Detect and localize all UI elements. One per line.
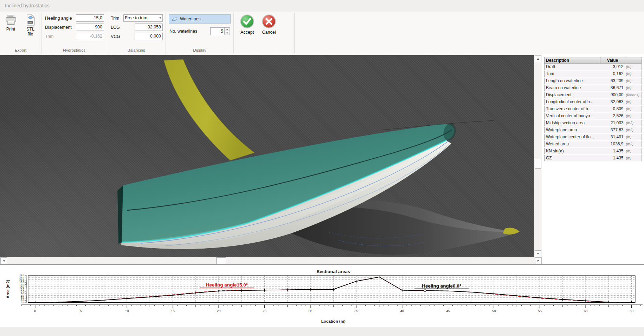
print-button[interactable]: Print [2,14,20,48]
displacement-input[interactable]: 900 [76,24,104,31]
status-bar [0,327,644,336]
table-row[interactable]: Waterplane center of flo...31,401(m) [545,133,642,140]
svg-text:14.0: 14.0 [19,285,24,288]
lcg-input[interactable]: 32,058 [135,24,163,31]
table-cell-desc: Vertical center of buoya... [545,112,600,119]
horizontal-scroll-thumb[interactable] [216,257,226,264]
table-row[interactable]: Draft3,912(m) [545,64,642,71]
table-row[interactable]: Wetted area1036,9(m2) [545,140,642,147]
table-cell-desc: Displacement [545,91,600,98]
table-cell-unit: (tonnes) [625,91,642,98]
scroll-down-button[interactable]: ▼ [535,250,541,257]
table-cell-desc: Longitudinal center of b... [545,98,600,105]
table-row[interactable]: Midship section area21,003(m2) [545,119,642,126]
stl-file-button[interactable]: STL STL file [22,14,39,48]
results-table-head-row: DescriptionValue [545,57,642,64]
dropdown-arrow-icon: ▾ [159,15,161,21]
table-cell-unit: (m) [625,154,642,162]
vcg-input[interactable]: 0,000 [135,33,163,40]
svg-text:65: 65 [630,309,633,313]
group-label-actions [234,48,294,55]
svg-text:60: 60 [584,309,588,313]
ribbon-group-actions: Accept Cancel [234,12,294,55]
accept-check-icon [240,14,254,28]
svg-text:25: 25 [263,309,266,313]
svg-text:STL: STL [28,21,32,24]
scroll-down-icon: ▼ [537,252,540,255]
trim-mode-label: Trim [111,16,123,21]
svg-text:8.0: 8.0 [21,292,24,295]
scroll-up-button[interactable]: ▲ [535,55,541,62]
table-cell-val: 21,003 [600,119,625,126]
table-cell-desc: KN sin(ø) [545,147,600,154]
column-header-units[interactable] [625,57,642,64]
viewport-horizontal-scrollbar[interactable]: ◄ ► [0,257,542,264]
svg-text:20.0: 20.0 [19,279,24,281]
print-button-label: Print [6,27,15,32]
table-row[interactable]: Vertical center of buoya...2,526(m) [545,112,642,119]
viewport-3d-canvas[interactable] [0,55,534,257]
viewport-vertical-scrollbar[interactable]: ▲ ▼ [534,55,542,257]
svg-text:10.0: 10.0 [19,290,24,292]
trim-result-field: -0,162 [76,33,104,40]
ribbon-group-hydrostatics: Heeling angle 15,0 Displacement 900 Trim… [41,12,107,55]
table-row[interactable]: Trim-0,162(m) [545,70,642,77]
scroll-left-button[interactable]: ◄ [0,257,7,264]
table-row[interactable]: Longitudinal center of b...32,063(m) [545,98,642,105]
window-title: Inclined hydrostatics [5,3,50,8]
waterlines-toggle-button[interactable]: Waterlines [169,14,231,24]
table-row[interactable]: Transverse center of b...0,809(m) [545,105,642,112]
table-row[interactable]: Length on waterline63,209(m) [545,77,642,84]
trim-mode-select[interactable]: Free to trim ▾ [123,14,163,22]
table-cell-unit: (m2) [625,119,642,126]
svg-text:Sectional areas: Sectional areas [317,269,350,274]
cancel-button[interactable]: Cancel [262,14,276,48]
table-cell-val: 900,00 [600,91,625,98]
table-row[interactable]: Beam on waterline36,671(m) [545,84,642,91]
table-cell-unit: (m2) [625,126,642,133]
cancel-button-label: Cancel [262,30,276,35]
table-cell-desc: Waterplane area [545,126,600,133]
heeling-angle-input[interactable]: 15,0 [76,14,104,22]
svg-text:6.0: 6.0 [21,295,24,297]
scroll-right-icon: ► [537,259,540,262]
accept-button[interactable]: Accept [240,14,254,48]
spinner-down-icon[interactable]: ▼ [225,31,230,35]
table-cell-unit: (m) [625,98,642,105]
no-waterlines-spinner[interactable]: 5 ▲ ▼ [210,27,230,35]
spinner-up-icon[interactable]: ▲ [225,28,230,32]
table-cell-val: 63,209 [600,77,625,84]
sectional-areas-chart: 0.02.04.06.08.010.012.014.016.018.020.02… [0,265,644,326]
table-cell-unit: (m2) [625,140,642,147]
table-cell-desc: Length on waterline [545,77,600,84]
table-row[interactable]: Waterplane area377,63(m2) [545,126,642,133]
table-row[interactable]: KN sin(ø)1,435(m) [545,147,642,154]
accept-button-label: Accept [240,30,254,35]
table-cell-desc: Draft [545,64,600,71]
svg-text:Heeling angle0.0°: Heeling angle0.0° [422,283,461,289]
svg-text:22.0: 22.0 [19,276,24,279]
svg-text:Heeling angle15.0°: Heeling angle15.0° [206,282,248,288]
hull-3d-render [0,55,534,257]
table-cell-unit: (m) [625,133,642,140]
table-cell-val: 377,63 [600,126,625,133]
column-header-Description[interactable]: Description [545,57,600,64]
svg-text:15: 15 [171,309,175,313]
column-header-Value[interactable]: Value [600,57,625,64]
svg-text:30: 30 [309,309,313,313]
scroll-up-icon: ▲ [537,58,540,60]
keel-band-upper [164,59,255,160]
vcg-label: VCG [111,34,135,39]
vertical-scroll-thumb[interactable] [535,159,541,169]
svg-text:45: 45 [446,309,450,313]
group-label-hydrostatics: Hydrostatics [41,48,107,55]
trim-result-label: Trim [45,34,76,39]
table-row[interactable]: GZ1,435(m) [545,154,642,162]
table-row[interactable]: Displacement900,00(tonnes) [545,91,642,98]
table-cell-desc: Wetted area [545,140,600,147]
svg-text:50: 50 [492,309,496,313]
results-table: DescriptionValue Draft3,912(m)Trim-0,162… [544,57,642,162]
scroll-right-button[interactable]: ► [535,257,542,264]
svg-text:0: 0 [34,309,36,313]
table-cell-unit: (m) [625,84,642,91]
